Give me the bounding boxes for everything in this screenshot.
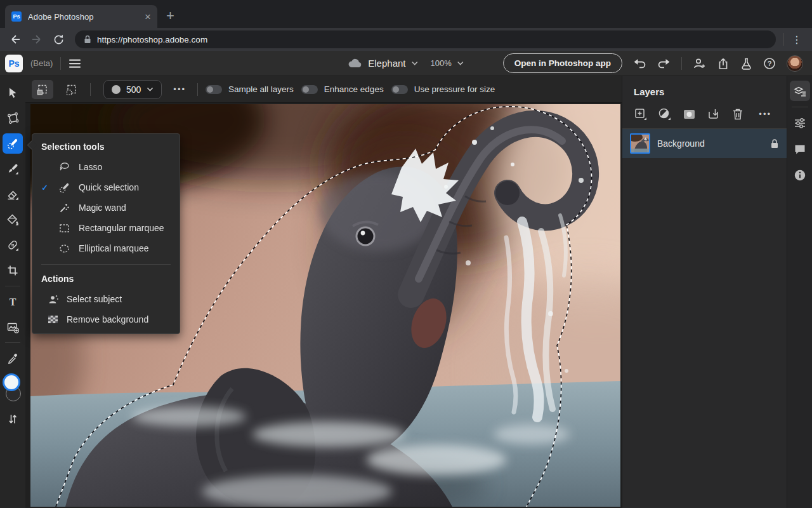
forward-button[interactable] — [28, 30, 46, 48]
photoshop-header: Ps (Beta) Elephant 100% Open in Photosho… — [0, 51, 812, 76]
enhance-edges-toggle-group: Enhance edges — [301, 84, 384, 94]
layer-thumbnail — [630, 133, 650, 154]
crop-tool[interactable] — [0, 258, 25, 283]
header-divider — [681, 57, 682, 70]
add-image-tool[interactable] — [0, 314, 25, 340]
subtract-selection-mode-button[interactable] — [61, 80, 82, 99]
browser-tab[interactable]: Ps Adobe Photoshop × — [5, 5, 157, 28]
document-name[interactable]: Elephant — [368, 58, 405, 69]
enhance-edges-toggle[interactable] — [301, 85, 318, 94]
reload-button[interactable] — [49, 30, 67, 48]
url-bar[interactable]: https://photoshop.adobe.com — [75, 30, 776, 48]
cloud-sync-icon — [348, 58, 362, 69]
share-icon[interactable] — [717, 57, 730, 70]
selection-tools-flyout: Selection tools Lasso ✓ Quick selection … — [32, 133, 180, 334]
flyout-item-lasso[interactable]: Lasso — [32, 157, 180, 177]
action-remove-background[interactable]: Remove background — [32, 309, 180, 330]
swap-colors-icon[interactable] — [0, 406, 25, 432]
brush-preview-dot — [112, 85, 121, 94]
tab-close-icon[interactable]: × — [145, 11, 151, 22]
tab-title: Adobe Photoshop — [28, 12, 138, 22]
user-avatar[interactable] — [787, 55, 803, 72]
quick-selection-tool[interactable] — [3, 133, 23, 154]
header-divider — [60, 57, 61, 70]
info-panel-tab[interactable] — [790, 165, 810, 185]
browser-tabstrip: Ps Adobe Photoshop × + — [0, 0, 812, 28]
fill-tool[interactable] — [0, 207, 25, 232]
layer-lock-icon[interactable] — [770, 138, 779, 149]
transform-tool[interactable] — [0, 105, 25, 131]
toolbar-divider — [783, 33, 784, 46]
brush-size-dropdown[interactable]: 500 — [103, 80, 162, 99]
layers-panel-tab[interactable] — [790, 81, 810, 101]
beta-label: (Beta) — [30, 58, 53, 68]
chevron-down-icon — [147, 87, 154, 91]
place-layer-icon[interactable] — [707, 107, 720, 121]
right-rail-divider — [792, 107, 808, 107]
zoom-level[interactable]: 100% — [430, 58, 451, 68]
move-tool[interactable] — [0, 80, 25, 105]
lock-icon — [84, 35, 91, 44]
type-tool[interactable]: T — [0, 289, 25, 314]
right-rail — [787, 76, 812, 508]
flyout-title: Selection tools — [32, 134, 180, 157]
chevron-down-icon[interactable] — [411, 61, 418, 65]
hamburger-menu-icon[interactable] — [69, 58, 81, 69]
photoshop-logo: Ps — [5, 55, 23, 72]
options-divider — [90, 83, 91, 96]
invite-people-icon[interactable] — [693, 57, 706, 70]
help-icon[interactable]: ? — [763, 57, 776, 70]
delete-layer-icon[interactable] — [731, 107, 744, 121]
adjustments-panel-tab[interactable] — [790, 113, 810, 133]
toggle-label: Sample all layers — [228, 84, 294, 94]
use-pressure-toggle[interactable] — [391, 85, 408, 94]
toggle-label: Enhance edges — [324, 84, 384, 94]
flyout-item-magic-wand[interactable]: Magic wand — [32, 197, 180, 218]
color-swatches[interactable] — [0, 373, 25, 406]
action-label: Remove background — [67, 314, 148, 324]
svg-text:T: T — [10, 297, 16, 307]
use-pressure-toggle-group: Use pressure for size — [391, 84, 495, 94]
add-layer-icon[interactable] — [634, 107, 647, 121]
flyout-item-rectangular-marquee[interactable]: Rectangular marquee — [32, 218, 180, 238]
tool-options-bar: 500 ••• Sample all layers Enhance edges … — [25, 76, 622, 103]
more-options-icon[interactable]: ••• — [169, 84, 190, 94]
healing-tool[interactable] — [0, 232, 25, 258]
eyedropper-tool[interactable] — [0, 345, 25, 371]
url-text: https://photoshop.adobe.com — [97, 35, 207, 44]
toggle-label: Use pressure for size — [414, 84, 495, 94]
eraser-tool[interactable] — [0, 182, 25, 207]
sample-all-layers-toggle[interactable] — [206, 85, 222, 94]
back-button[interactable] — [6, 30, 24, 48]
flyout-item-elliptical-marquee[interactable]: Elliptical marquee — [32, 238, 180, 258]
magic-wand-icon — [56, 202, 72, 214]
brush-tool[interactable] — [0, 156, 25, 182]
browser-menu-icon[interactable]: ⋮ — [788, 34, 806, 46]
adjustment-layer-icon[interactable] — [658, 107, 671, 121]
quick-selection-icon — [56, 182, 72, 194]
beta-flask-icon[interactable] — [740, 57, 752, 70]
new-tab-button[interactable]: + — [166, 9, 174, 23]
flyout-item-quick-selection[interactable]: ✓ Quick selection — [32, 177, 180, 197]
new-selection-mode-button[interactable] — [32, 80, 53, 99]
comments-panel-tab[interactable] — [790, 139, 810, 159]
check-icon: ✓ — [41, 183, 56, 192]
tool-rail-divider — [5, 286, 20, 286]
layer-name: Background — [657, 138, 763, 149]
tool-rail: T — [0, 76, 25, 508]
layer-row-background[interactable]: Background — [622, 129, 787, 158]
layers-more-icon[interactable]: ••• — [755, 109, 775, 119]
foreground-color-swatch[interactable] — [3, 373, 20, 391]
photoshop-favicon: Ps — [11, 11, 22, 22]
rectangular-marquee-icon — [56, 222, 72, 234]
action-select-subject[interactable]: Select subject — [32, 289, 180, 309]
open-in-photoshop-app-button[interactable]: Open in Photoshop app — [503, 53, 622, 73]
redo-icon[interactable] — [657, 57, 671, 70]
flyout-item-label: Quick selection — [79, 182, 139, 192]
layer-mask-icon[interactable] — [683, 109, 696, 120]
chevron-down-icon[interactable] — [457, 61, 464, 65]
flyout-item-label: Magic wand — [79, 203, 126, 213]
undo-icon[interactable] — [633, 57, 646, 70]
layers-panel: Layers ••• — [622, 76, 787, 508]
tool-rail-divider — [5, 342, 20, 343]
